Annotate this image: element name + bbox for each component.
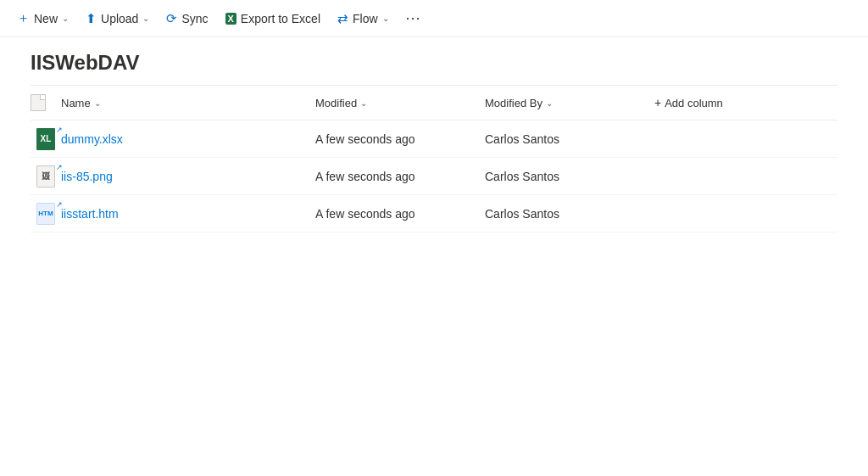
file-icon-cell: 🖼 ↗ [31, 165, 61, 188]
file-modified: A few seconds ago [315, 132, 485, 146]
new-label: New [34, 12, 58, 25]
more-options-button[interactable]: ··· [399, 4, 428, 32]
excel-icon: X [225, 13, 236, 25]
file-name-link[interactable]: dummy.xlsx [61, 132, 123, 146]
file-modified-by: Carlos Santos [485, 170, 654, 183]
file-name-link[interactable]: iis-85.png [61, 170, 113, 183]
modified-by-sort-icon: ⌄ [546, 98, 553, 108]
image-file-icon: 🖼 [36, 165, 55, 188]
flow-label: Flow [353, 12, 378, 25]
export-excel-button[interactable]: X Export to Excel [219, 7, 328, 31]
file-name-cell: iisstart.htm [61, 207, 315, 221]
sync-badge: ↗ [54, 125, 64, 135]
flow-button[interactable]: ⇄ Flow ⌄ [331, 6, 396, 31]
upload-chevron-icon: ⌄ [142, 14, 149, 23]
add-column-button[interactable]: + Add column [654, 96, 723, 109]
header-icon-cell [31, 94, 61, 111]
upload-icon: ⬆ [86, 11, 97, 26]
page-title: IISWebDAV [0, 37, 868, 85]
sync-label: Sync [181, 12, 208, 25]
upload-button[interactable]: ⬆ Upload ⌄ [79, 6, 156, 31]
file-icon-cell: HTM ↗ [31, 203, 61, 225]
file-modified-by: Carlos Santos [485, 132, 654, 146]
file-modified: A few seconds ago [315, 170, 485, 183]
sync-arrow-icon: ↗ [56, 163, 63, 171]
file-name-cell: iis-85.png [61, 170, 315, 183]
file-modified: A few seconds ago [315, 207, 485, 221]
file-list: Name ⌄ Modified ⌄ Modified By ⌄ + Add co… [0, 85, 868, 232]
html-file-icon: HTM [36, 203, 55, 225]
list-header: Name ⌄ Modified ⌄ Modified By ⌄ + Add co… [31, 85, 837, 120]
excel-file-icon: XL [36, 128, 55, 150]
header-modified-by[interactable]: Modified By ⌄ [485, 97, 654, 109]
new-icon: ＋ [17, 10, 30, 26]
sync-badge: ↗ [54, 162, 64, 172]
modified-sort-icon: ⌄ [360, 98, 367, 108]
table-row[interactable]: XL ↗ dummy.xlsx A few seconds ago Carlos… [31, 120, 837, 158]
header-file-icon [31, 94, 46, 111]
header-add-column[interactable]: + Add column [654, 96, 837, 109]
file-name-link[interactable]: iisstart.htm [61, 207, 119, 221]
flow-icon: ⇄ [337, 11, 348, 26]
sync-badge: ↗ [54, 199, 64, 210]
new-chevron-icon: ⌄ [62, 14, 69, 23]
name-sort-icon: ⌄ [94, 98, 101, 108]
header-name[interactable]: Name ⌄ [61, 97, 315, 109]
more-icon: ··· [406, 9, 421, 27]
table-row[interactable]: HTM ↗ iisstart.htm A few seconds ago Car… [31, 195, 837, 232]
upload-label: Upload [101, 12, 138, 25]
flow-chevron-icon: ⌄ [382, 14, 389, 23]
new-button[interactable]: ＋ New ⌄ [10, 5, 75, 31]
add-column-plus-icon: + [654, 96, 661, 109]
export-label: Export to Excel [241, 12, 320, 25]
file-icon-cell: XL ↗ [31, 128, 61, 150]
toolbar: ＋ New ⌄ ⬆ Upload ⌄ ⟳ Sync X Export to Ex… [0, 0, 868, 37]
file-modified-by: Carlos Santos [485, 207, 654, 221]
sync-arrow-icon: ↗ [56, 200, 63, 209]
table-row[interactable]: 🖼 ↗ iis-85.png A few seconds ago Carlos … [31, 158, 837, 195]
header-modified[interactable]: Modified ⌄ [315, 97, 485, 109]
sync-arrow-icon: ↗ [56, 126, 63, 134]
sync-icon: ⟳ [166, 11, 177, 26]
sync-button[interactable]: ⟳ Sync [159, 6, 214, 31]
file-name-cell: dummy.xlsx [61, 132, 315, 146]
